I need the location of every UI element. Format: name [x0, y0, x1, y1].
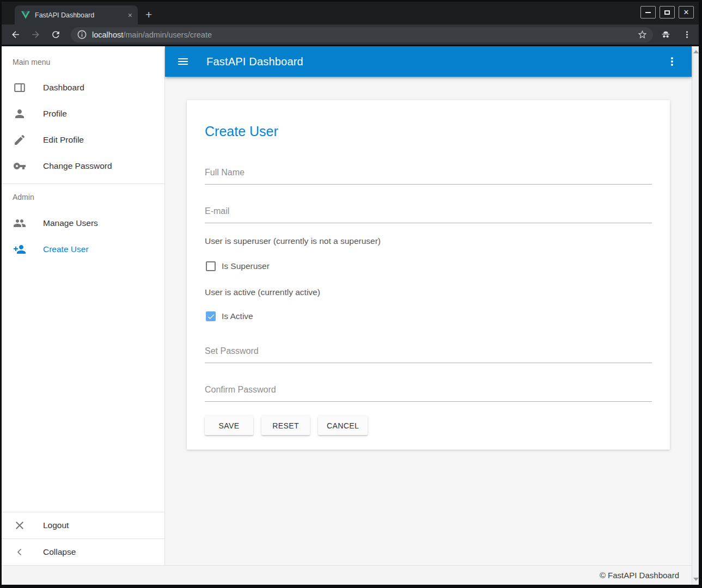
sidebar-item-label: Change Password	[43, 161, 112, 171]
page-footer: © FastAPI Dashboard	[2, 565, 692, 585]
info-icon[interactable]	[77, 29, 87, 40]
window-controls: ✕	[640, 6, 694, 19]
scroll-up-arrow-icon[interactable]	[693, 50, 699, 53]
sidebar-item-create-user[interactable]: Create User	[2, 236, 164, 262]
tab-title: FastAPI Dashboard	[35, 11, 128, 19]
chevron-left-icon	[13, 546, 26, 559]
superuser-hint: User is superuser (currently is not a su…	[205, 235, 652, 247]
minimize-button[interactable]	[640, 6, 656, 19]
checkbox-checked-icon	[206, 311, 216, 321]
vue-logo-icon	[21, 11, 30, 19]
sidebar-item-manage-users[interactable]: Manage Users	[2, 210, 164, 236]
bookmark-star-icon[interactable]	[637, 29, 648, 40]
back-button[interactable]	[9, 29, 21, 41]
confirm-password-input[interactable]	[205, 385, 652, 402]
incognito-icon	[661, 29, 671, 40]
sidebar-section-admin: Admin	[2, 184, 164, 210]
key-icon	[13, 160, 26, 173]
minimize-icon	[645, 12, 651, 13]
save-button[interactable]: SAVE	[205, 416, 253, 435]
set-password-input[interactable]	[205, 346, 652, 363]
pencil-icon	[13, 133, 26, 146]
copyright-text: © FastAPI Dashboard	[600, 571, 679, 580]
sidebar: Main menu Dashboard Profile Edit Profile…	[2, 46, 165, 565]
close-button[interactable]: ✕	[679, 6, 694, 19]
hamburger-menu-icon[interactable]	[176, 55, 190, 68]
toolbar-right	[661, 29, 692, 40]
sidebar-item-change-password[interactable]: Change Password	[2, 153, 164, 179]
back-arrow-icon	[10, 29, 21, 40]
app-bar: FastAPI Dashboard	[165, 46, 692, 77]
person-icon	[13, 107, 26, 120]
sidebar-item-label: Manage Users	[43, 218, 98, 228]
close-x-icon	[13, 519, 26, 532]
sidebar-item-label: Logout	[43, 520, 69, 530]
appbar-title: FastAPI Dashboard	[206, 56, 666, 68]
reset-button[interactable]: RESET	[261, 416, 310, 435]
sidebar-item-label: Profile	[43, 109, 67, 119]
page-viewport: FastAPI Dashboard Main menu Dashboard Pr…	[2, 46, 699, 585]
sidebar-item-collapse[interactable]: Collapse	[2, 539, 164, 565]
maximize-button[interactable]	[660, 6, 675, 19]
checkbox-label: Is Superuser	[222, 261, 270, 271]
appbar-kebab-icon[interactable]	[666, 55, 679, 68]
browser-tabstrip: FastAPI Dashboard × + ✕	[2, 2, 699, 24]
person-add-icon	[13, 243, 26, 256]
sidebar-item-label: Create User	[43, 244, 89, 254]
page-title: Create User	[205, 123, 652, 139]
url-host: localhost	[92, 30, 123, 39]
cancel-button[interactable]: CANCEL	[318, 416, 368, 435]
forward-button[interactable]	[29, 29, 41, 41]
is-active-checkbox[interactable]: Is Active	[205, 311, 652, 321]
sidebar-item-profile[interactable]: Profile	[2, 101, 164, 127]
browser-menu-kebab-icon[interactable]	[682, 29, 692, 40]
reload-icon	[51, 29, 61, 40]
address-bar[interactable]: localhost/main/admin/users/create	[71, 27, 653, 42]
checkbox-label: Is Active	[222, 311, 253, 321]
people-icon	[13, 217, 26, 230]
browser-toolbar: localhost/main/admin/users/create	[2, 24, 699, 45]
vertical-scrollbar[interactable]	[692, 46, 699, 585]
scroll-down-arrow-icon[interactable]	[693, 578, 699, 581]
sidebar-item-label: Dashboard	[43, 83, 84, 93]
forward-arrow-icon	[30, 29, 41, 40]
create-user-card: Create User User is superuser (currently…	[187, 100, 670, 450]
sidebar-item-edit-profile[interactable]: Edit Profile	[2, 127, 164, 153]
full-name-input[interactable]	[205, 168, 652, 185]
sidebar-section-main-menu: Main menu	[2, 46, 164, 75]
email-input[interactable]	[205, 206, 652, 223]
sidebar-bottom: Logout Collapse	[2, 512, 164, 565]
sidebar-item-dashboard[interactable]: Dashboard	[2, 75, 164, 101]
sidebar-item-label: Edit Profile	[43, 135, 84, 145]
browser-tab[interactable]: FastAPI Dashboard ×	[15, 5, 138, 24]
url-path: /main/admin/users/create	[123, 30, 212, 39]
reload-button[interactable]	[50, 29, 62, 41]
active-hint: User is active (currently active)	[205, 286, 652, 298]
sidebar-item-label: Collapse	[43, 547, 76, 557]
tab-close-icon[interactable]: ×	[128, 11, 132, 19]
dashboard-icon	[13, 81, 26, 94]
maximize-icon	[664, 10, 670, 15]
sidebar-item-logout[interactable]: Logout	[2, 512, 164, 538]
form-actions: SAVE RESET CANCEL	[205, 416, 652, 435]
close-icon: ✕	[683, 9, 689, 16]
checkbox-unchecked-icon	[206, 261, 216, 271]
url-text: localhost/main/admin/users/create	[92, 30, 637, 39]
is-superuser-checkbox[interactable]: Is Superuser	[205, 261, 652, 271]
new-tab-button[interactable]: +	[145, 8, 152, 22]
